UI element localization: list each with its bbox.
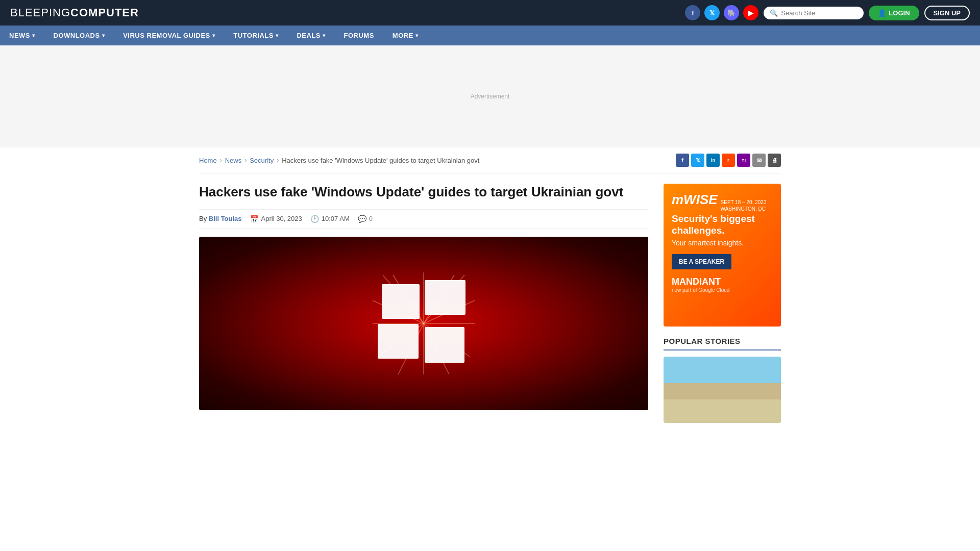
logo-light: BLEEPING [10,6,70,19]
breadcrumb-sep-1: › [220,157,222,164]
windows-logo-svg [368,270,480,377]
twitter-icon[interactable]: 𝕏 [704,5,720,20]
nav-tutorials-arrow: ▾ [276,33,279,38]
popular-stories: POPULAR STORIES [664,337,781,423]
nav-tutorials[interactable]: TUTORIALS ▾ [224,26,287,45]
article-image-bg [199,237,648,410]
article-sidebar: mWISE SEPT 18 – 20, 2023WASHINGTON, DC S… [664,184,781,423]
breadcrumb-bar: Home › News › Security › Hackers use fak… [199,147,781,173]
share-twitter-button[interactable]: 𝕏 [691,154,704,167]
comment-icon: 💬 [358,215,366,223]
ad-cta-button[interactable]: BE A SPEAKER [672,254,731,269]
nav-virus-removal[interactable]: VIRUS REMOVAL GUIDES ▾ [114,26,224,45]
article-comments[interactable]: 💬 0 [358,215,373,223]
svg-rect-14 [382,284,420,319]
ad-date-location: SEPT 18 – 20, 2023WASHINGTON, DC [721,199,767,212]
breadcrumb-news[interactable]: News [225,157,242,164]
article-time: 🕐 10:07 AM [310,215,350,223]
breadcrumb-home[interactable]: Home [199,157,217,164]
user-icon: 👤 [878,9,886,17]
share-icons-top: f 𝕏 in r Y! ✉ 🖨 [676,154,781,167]
search-box[interactable]: 🔍 [764,7,864,19]
ad-brand: mWISE [672,192,718,208]
ad-sponsor-sub: now part of Google Cloud [672,287,773,293]
nav-more-arrow: ▾ [415,33,419,38]
ad-sponsor: MANDIANT [672,277,773,287]
ad-subtext: Your smartest insights. [672,239,773,247]
ad-sponsor-block: MANDIANT now part of Google Cloud [672,277,773,293]
svg-rect-15 [425,280,465,315]
main-nav: NEWS ▾ DOWNLOADS ▾ VIRUS REMOVAL GUIDES … [0,26,980,45]
header-right: f 𝕏 🐘 ▶ 🔍 👤 LOGIN SIGN UP [685,5,970,20]
share-yahoo-button[interactable]: Y! [737,154,750,167]
share-email-button[interactable]: ✉ [752,154,766,167]
author-link[interactable]: Bill Toulas [209,215,242,222]
logo-bold: COMPUTER [70,6,139,19]
article-author: By Bill Toulas [199,215,242,222]
nav-deals[interactable]: DEALS ▾ [287,26,334,45]
youtube-icon[interactable]: ▶ [743,5,758,20]
nav-news[interactable]: NEWS ▾ [0,26,44,45]
signup-button[interactable]: SIGN UP [924,6,970,20]
article-main: Hackers use fake 'Windows Update' guides… [199,184,648,423]
search-icon: 🔍 [770,9,778,17]
nav-more[interactable]: MORE ▾ [383,26,428,45]
share-print-button[interactable]: 🖨 [768,154,781,167]
svg-rect-16 [378,324,419,359]
nav-downloads[interactable]: DOWNLOADS ▾ [44,26,114,45]
article-date: 📅 April 30, 2023 [250,215,302,223]
social-icons: f 𝕏 🐘 ▶ [685,5,758,20]
share-reddit-button[interactable]: r [722,154,735,167]
ad-headline: Security's biggest challenges. [672,213,773,237]
popular-stories-title: POPULAR STORIES [664,337,781,350]
article-title: Hackers use fake 'Windows Update' guides… [199,184,648,201]
site-header: BLEEPINGCOMPUTER f 𝕏 🐘 ▶ 🔍 👤 LOGIN SIGN … [0,0,980,26]
search-input[interactable] [781,9,857,17]
clock-icon: 🕐 [310,215,319,223]
sidebar-ad: mWISE SEPT 18 – 20, 2023WASHINGTON, DC S… [664,184,781,327]
facebook-icon[interactable]: f [685,5,700,20]
breadcrumb-sep-3: › [277,157,279,164]
svg-rect-17 [425,327,464,363]
login-button[interactable]: 👤 LOGIN [869,6,919,20]
article-meta: By Bill Toulas 📅 April 30, 2023 🕐 10:07 … [199,209,648,229]
article-image [199,237,648,410]
article-layout: Hackers use fake 'Windows Update' guides… [199,184,781,423]
share-facebook-button[interactable]: f [676,154,689,167]
nav-deals-arrow: ▾ [323,33,326,38]
share-linkedin-button[interactable]: in [706,154,720,167]
ad-banner-top: Advertisement [0,45,980,147]
breadcrumb-security[interactable]: Security [250,157,274,164]
nav-virus-arrow: ▾ [212,33,215,38]
main-container: Home › News › Security › Hackers use fak… [189,147,791,423]
site-logo[interactable]: BLEEPINGCOMPUTER [10,6,139,19]
calendar-icon: 📅 [250,215,259,223]
breadcrumb: Home › News › Security › Hackers use fak… [199,157,479,164]
breadcrumb-current: Hackers use fake 'Windows Update' guides… [282,157,479,164]
nav-news-arrow: ▾ [32,33,35,38]
popular-story-1-thumb[interactable] [664,357,781,423]
breadcrumb-sep-2: › [244,157,247,164]
nav-forums[interactable]: FORUMS [335,26,383,45]
trucks-image [664,357,781,423]
mastodon-icon[interactable]: 🐘 [724,5,739,20]
nav-downloads-arrow: ▾ [102,33,105,38]
